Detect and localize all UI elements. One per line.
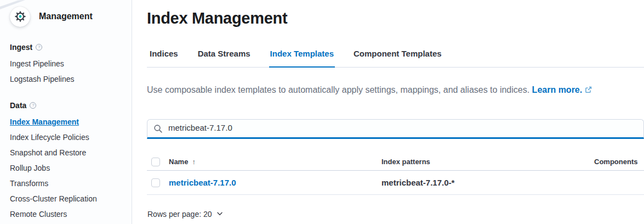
learn-more-label[interactable]: Learn more. [532,85,583,94]
section-help-icon: ? [36,44,42,51]
column-header-name[interactable]: Name ↑ [169,158,381,166]
tab-indices[interactable]: Indices [149,48,179,67]
learn-more-link[interactable]: Learn more. [532,85,592,94]
index-templates-table: Name ↑ Index patterns Components metricb… [147,153,644,195]
external-link-icon [585,85,592,97]
index-management-page: Index Management Indices Data Streams In… [132,0,644,224]
sidebar-item-remote-clusters[interactable]: Remote Clusters [10,206,122,222]
sort-ascending-icon: ↑ [192,158,196,166]
sidebar-item-cross-cluster-replication[interactable]: Cross-Cluster Replication [10,191,122,206]
sidebar-item-ingest-pipelines[interactable]: Ingest Pipelines [10,56,122,71]
sidebar-item-label[interactable]: Remote Clusters [10,210,67,219]
row-index-patterns: metricbeat-7.17.0-* [381,178,594,187]
search-input[interactable] [147,119,644,139]
column-header-index-patterns: Index patterns [381,158,594,166]
rows-per-page-label: Rows per page: 20 [147,210,212,219]
sidebar-item-label[interactable]: Ingest Pipelines [10,59,64,68]
column-name-label[interactable]: Name [169,158,188,166]
sidebar-item-index-management[interactable]: Index Management [10,114,122,130]
sidebar-item-label[interactable]: Rollup Jobs [10,164,50,172]
chevron-down-icon [216,210,223,219]
sidebar-item-rollup-jobs[interactable]: Rollup Jobs [10,160,122,176]
tab-component-templates[interactable]: Component Templates [352,48,443,67]
sidebar-item-logstash-pipelines[interactable]: Logstash Pipelines [10,71,122,87]
sidebar-title: Management [39,12,93,21]
sidebar-item-label[interactable]: Snapshot and Restore [10,148,86,157]
nav-list-data: Index Management Index Lifecycle Policie… [10,114,122,222]
management-gear-icon [10,7,30,27]
sidebar-item-label[interactable]: Cross-Cluster Replication [10,194,97,203]
sidebar-item-transforms[interactable]: Transforms [10,176,122,191]
page-title: Index Management [147,8,644,29]
nav-section-ingest: Ingest ? [10,42,122,53]
nav-section-data: Data ? [10,100,122,111]
search-icon [153,124,163,136]
table-row: metricbeat-7.17.0 metricbeat-7.17.0-* [147,171,644,195]
column-header-components: Components [594,158,644,166]
table-header-row: Name ↑ Index patterns Components [147,153,644,171]
sidebar-item-label[interactable]: Transforms [10,179,48,188]
templates-description-text: Use composable index templates to automa… [147,85,529,94]
section-help-icon: ? [30,102,36,109]
template-name-link[interactable]: metricbeat-7.17.0 [169,178,381,187]
tab-index-templates[interactable]: Index Templates [269,48,335,67]
nav-section-ingest-label: Ingest [10,43,32,52]
sidebar-item-label[interactable]: Logstash Pipelines [10,75,75,83]
sidebar-header: Management [10,5,122,27]
nav-section-data-label: Data [10,101,26,110]
tab-bar: Indices Data Streams Index Templates Com… [147,48,644,68]
nav-list-ingest: Ingest Pipelines Logstash Pipelines [10,56,122,87]
sidebar-item-label[interactable]: Index Management [10,117,79,126]
management-sidebar: Management Ingest ? Ingest Pipelines Log… [0,0,132,224]
row-checkbox[interactable] [151,178,160,187]
sidebar-item-index-lifecycle-policies[interactable]: Index Lifecycle Policies [10,130,122,145]
template-search [147,119,644,139]
rows-per-page-button[interactable]: Rows per page: 20 [147,210,223,219]
table-footer: Rows per page: 20 [147,209,644,219]
templates-description: Use composable index templates to automa… [147,84,644,97]
tab-data-streams[interactable]: Data Streams [197,48,252,67]
select-all-checkbox[interactable] [151,158,160,166]
sidebar-item-label[interactable]: Index Lifecycle Policies [10,133,89,142]
sidebar-item-snapshot-and-restore[interactable]: Snapshot and Restore [10,145,122,160]
